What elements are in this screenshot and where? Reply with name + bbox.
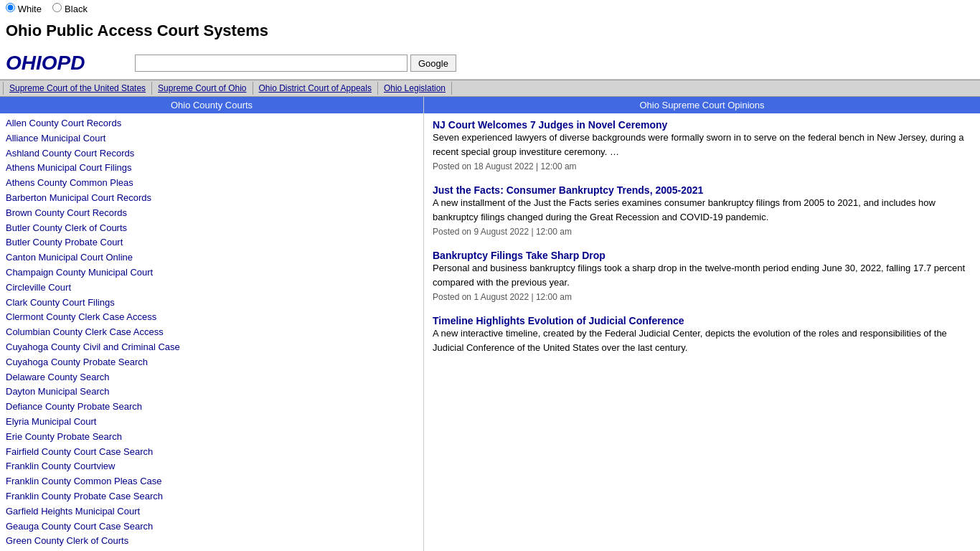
news-date: Posted on 18 August 2022 | 12:00 am	[433, 161, 971, 171]
court-link[interactable]: Canton Municipal Court Online	[6, 250, 418, 265]
nav-item[interactable]: Ohio District Court of Appeals	[253, 82, 378, 95]
court-link[interactable]: Erie County Probate Search	[6, 430, 418, 445]
page-title: Ohio Public Access Court Systems	[0, 17, 980, 47]
court-link[interactable]: Barberton Municipal Court Records	[6, 191, 418, 206]
news-title[interactable]: Just the Facts: Consumer Bankruptcy Tren…	[433, 184, 703, 196]
court-link[interactable]: Allen County Court Records	[6, 116, 418, 131]
main-content: Ohio County Courts Allen County Court Re…	[0, 97, 980, 551]
court-link[interactable]: Fairfield County Court Case Search	[6, 445, 418, 460]
court-link[interactable]: Franklin County Common Pleas Case	[6, 474, 418, 489]
court-link[interactable]: Clark County Court Filings	[6, 296, 418, 311]
court-link[interactable]: Butler County Clerk of Courts	[6, 221, 418, 236]
nav-item[interactable]: Supreme Court of Ohio	[152, 82, 253, 95]
court-link[interactable]: Garfield Heights Municipal Court	[6, 504, 418, 519]
court-link[interactable]: Circleville Court	[6, 281, 418, 296]
logo: OHIOPD	[6, 52, 135, 75]
news-item: Bankruptcy Filings Take Sharp DropPerson…	[433, 250, 971, 302]
court-link[interactable]: Franklin County Courtview	[6, 459, 418, 474]
court-link[interactable]: Elyria Municipal Court	[6, 415, 418, 430]
court-link[interactable]: Champaign County Municipal Court	[6, 265, 418, 281]
court-link[interactable]: Cuyahoga County Probate Search	[6, 355, 418, 370]
court-link[interactable]: Brown County Court Records	[6, 206, 418, 221]
court-link[interactable]: Ashland County Court Records	[6, 146, 418, 161]
news-body: Personal and business bankruptcy filings…	[433, 261, 971, 289]
court-link[interactable]: Athens County Common Pleas	[6, 176, 418, 191]
white-radio-label[interactable]: White	[6, 4, 44, 14]
court-link[interactable]: Butler County Probate Court	[6, 235, 418, 250]
news-title[interactable]: Timeline Highlights Evolution of Judicia…	[433, 315, 684, 326]
right-panel: Ohio Supreme Court Opinions NJ Court Wel…	[423, 97, 980, 551]
white-radio[interactable]	[6, 3, 15, 12]
news-date: Posted on 9 August 2022 | 12:00 am	[433, 227, 971, 237]
search-input[interactable]	[135, 55, 407, 72]
court-link[interactable]: Defiance County Probate Search	[6, 400, 418, 415]
nav-bar: Supreme Court of the United StatesSuprem…	[0, 80, 980, 97]
right-panel-header: Ohio Supreme Court Opinions	[424, 97, 980, 113]
black-radio[interactable]	[52, 3, 62, 12]
court-link[interactable]: Green County Clerk of Courts	[6, 534, 418, 549]
theme-selector: White Black	[0, 0, 980, 17]
court-link[interactable]: Dayton Municipal Search	[6, 385, 418, 400]
news-body: Seven experienced lawyers of diverse bac…	[433, 131, 971, 159]
nav-item[interactable]: Supreme Court of the United States	[3, 82, 152, 95]
court-link[interactable]: Clermont County Clerk Case Access	[6, 310, 418, 325]
nav-item[interactable]: Ohio Legislation	[378, 82, 452, 95]
court-list: Allen County Court RecordsAlliance Munic…	[0, 113, 423, 551]
news-panel: NJ Court Welcomes 7 Judges in Novel Cere…	[424, 113, 980, 373]
news-body: A new installment of the Just the Facts …	[433, 196, 971, 224]
search-form: Google	[135, 55, 456, 72]
news-item: Timeline Highlights Evolution of Judicia…	[433, 315, 971, 354]
court-link[interactable]: Franklin County Probate Case Search	[6, 489, 418, 504]
court-link[interactable]: Columbian County Clerk Case Access	[6, 325, 418, 340]
news-title[interactable]: NJ Court Welcomes 7 Judges in Novel Cere…	[433, 119, 667, 131]
news-body: A new interactive timeline, created by t…	[433, 326, 971, 354]
news-title[interactable]: Bankruptcy Filings Take Sharp Drop	[433, 250, 606, 261]
news-date: Posted on 1 August 2022 | 12:00 am	[433, 292, 971, 302]
court-link[interactable]: Delaware County Search	[6, 370, 418, 385]
search-button[interactable]: Google	[410, 55, 456, 72]
court-link[interactable]: Athens Municipal Court Filings	[6, 161, 418, 176]
header-bar: OHIOPD Google	[0, 47, 980, 80]
court-link[interactable]: Alliance Municipal Court	[6, 131, 418, 146]
court-link[interactable]: Cuyahoga County Civil and Criminal Case	[6, 340, 418, 355]
left-panel-header: Ohio County Courts	[0, 97, 423, 113]
left-panel: Ohio County Courts Allen County Court Re…	[0, 97, 423, 551]
black-label: Black	[65, 4, 88, 14]
black-radio-label[interactable]: Black	[52, 4, 87, 14]
white-label: White	[18, 4, 42, 14]
news-item: NJ Court Welcomes 7 Judges in Novel Cere…	[433, 119, 971, 171]
court-link[interactable]: Geauga County Court Case Search	[6, 519, 418, 534]
news-item: Just the Facts: Consumer Bankruptcy Tren…	[433, 184, 971, 237]
